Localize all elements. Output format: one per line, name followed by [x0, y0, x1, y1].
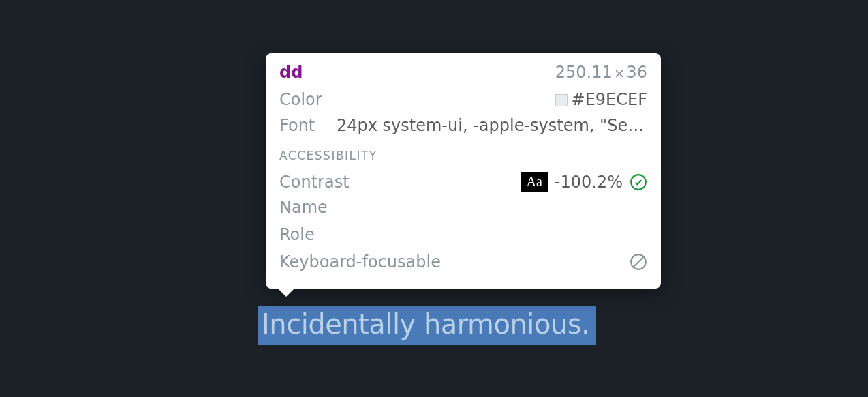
- accessibility-section-divider: ACCESSIBILITY: [279, 149, 647, 162]
- element-width: 250.11: [555, 63, 613, 82]
- not-available-icon: [630, 253, 647, 271]
- color-value-container: #E9ECEF: [328, 90, 647, 109]
- section-divider-line: [386, 156, 647, 156]
- inspected-element-text: Incidentally harmonious.: [262, 308, 589, 340]
- color-label: Color: [279, 90, 328, 109]
- accessibility-section-title: ACCESSIBILITY: [279, 149, 377, 162]
- font-label: Font: [279, 116, 328, 135]
- font-value: 24px system-ui, -apple-system, "Segoe…: [337, 116, 647, 135]
- name-label: Name: [279, 198, 328, 217]
- svg-line-2: [633, 256, 643, 267]
- keyboard-focusable-label: Keyboard-focusable: [279, 252, 441, 271]
- color-value: #E9ECEF: [572, 90, 647, 109]
- font-property-row: Font 24px system-ui, -apple-system, "Seg…: [279, 115, 647, 136]
- check-circle-icon: [630, 173, 647, 191]
- element-inspector-tooltip: dd 250.11×36 Color #E9ECEF Font 24px sys…: [266, 53, 661, 289]
- color-property-row: Color #E9ECEF: [279, 89, 647, 111]
- contrast-label: Contrast: [279, 173, 350, 192]
- role-label: Role: [279, 225, 315, 244]
- inspected-element[interactable]: Incidentally harmonious.: [258, 306, 596, 345]
- contrast-value: -100.2%: [555, 173, 623, 192]
- svg-point-0: [631, 175, 646, 190]
- contrast-value-group: Aa -100.2%: [521, 172, 648, 192]
- keyboard-focusable-row: Keyboard-focusable: [279, 250, 647, 274]
- name-row: Name: [279, 196, 647, 219]
- element-height: 36: [626, 63, 647, 82]
- dimensions-separator: ×: [614, 65, 625, 81]
- contrast-sample-badge: Aa: [521, 172, 548, 192]
- contrast-row: Contrast Aa -100.2%: [279, 172, 647, 192]
- color-swatch-icon: [555, 94, 568, 106]
- element-tag-name: dd: [279, 63, 303, 82]
- element-dimensions: 250.11×36: [555, 63, 647, 82]
- role-row: Role: [279, 223, 647, 246]
- tooltip-header: dd 250.11×36: [279, 63, 647, 82]
- tooltip-arrow-icon: [277, 287, 296, 297]
